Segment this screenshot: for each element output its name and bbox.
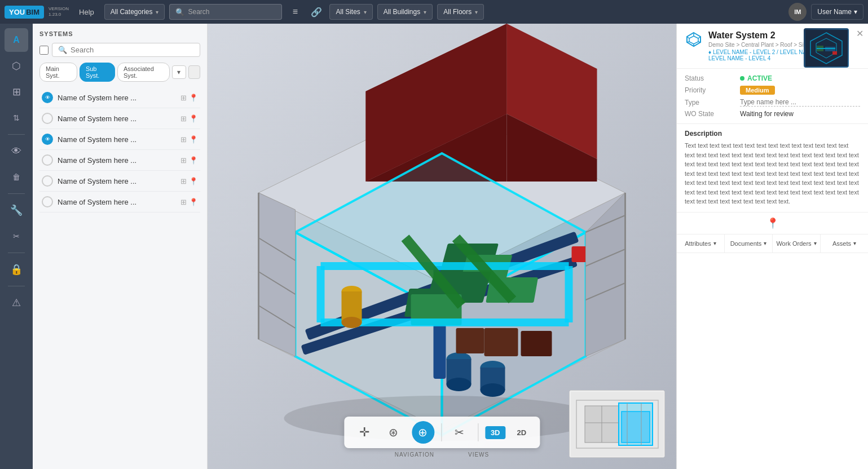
link-icon-button[interactable]: 🔗: [308, 4, 325, 20]
system-item[interactable]: Name of System here ... ⊞ 📍: [39, 192, 200, 213]
main-layout: A ⬡ ⊞ ⇅ 👁 🗑 🔧 ✂ 🔒 ⚠: [0, 24, 868, 469]
svg-rect-76: [832, 51, 837, 55]
top-search-box[interactable]: 🔍 Search: [169, 4, 282, 20]
icon-bar-separator-1: [8, 134, 25, 135]
filter-extra-button[interactable]: [188, 65, 200, 79]
buildings-label: All Buildings: [384, 8, 420, 16]
categories-dropdown[interactable]: All Categories ▾: [104, 4, 165, 20]
sidebar-item-layers[interactable]: ⇅: [5, 106, 28, 130]
info-grid: Status ACTIVE Priority Medium Type WO St…: [677, 69, 868, 124]
viewport-tools: ✛ ⊛ ⊕ ✂ 3D 2D: [344, 417, 540, 448]
tab-sub-syst[interactable]: Sub Syst.: [80, 63, 115, 82]
shapes-icon: ⬡: [12, 60, 21, 72]
panel-header: Water System 2 Demo Site > Central Plant…: [677, 24, 868, 69]
floors-dropdown[interactable]: All Floors ▾: [437, 4, 484, 20]
sites-dropdown[interactable]: All Sites ▾: [329, 4, 372, 20]
system-item[interactable]: 👁 Name of System here ... ⊞ 📍: [39, 129, 200, 150]
sidebar-item-grid[interactable]: ⊞: [5, 80, 28, 104]
systems-search-input[interactable]: [71, 46, 194, 54]
system-grid-icon-5: ⊞: [180, 177, 187, 185]
type-input[interactable]: [740, 98, 860, 107]
user-dropdown[interactable]: User Name ▾: [811, 4, 863, 20]
layers-icon: ⇅: [13, 113, 20, 122]
svg-point-37: [481, 383, 505, 397]
tab-documents[interactable]: Documents ▾: [725, 235, 773, 253]
user-chevron-icon: ▾: [854, 8, 857, 16]
type-value[interactable]: [740, 98, 860, 107]
tab-assets[interactable]: Assets ▾: [821, 235, 868, 253]
close-panel-button[interactable]: ✕: [856, 28, 863, 39]
system-item-icons-4: ⊞ 📍: [180, 156, 198, 165]
navigation-cut-button[interactable]: ✂: [448, 421, 471, 444]
help-button[interactable]: Help: [73, 6, 100, 19]
tab-associated-syst[interactable]: Associated Syst.: [117, 63, 170, 82]
system-item-icons-3: ⊞ 📍: [180, 135, 198, 144]
logo-you: YOU: [9, 8, 25, 16]
buildings-dropdown[interactable]: All Buildings ▾: [377, 4, 433, 20]
tab-main-syst[interactable]: Main Syst.: [39, 63, 77, 82]
system-eye-6[interactable]: [42, 196, 53, 207]
wrench-icon: 🔧: [10, 204, 23, 216]
status-dot-icon: [740, 76, 744, 81]
navigation-orbit-button[interactable]: ⊛: [382, 421, 405, 444]
sidebar-item-tools[interactable]: ✂: [5, 224, 28, 248]
system-item[interactable]: Name of System here ... ⊞ 📍: [39, 171, 200, 192]
tools-icon: ✂: [13, 232, 20, 241]
move-icon: ✛: [359, 425, 369, 440]
tab-work-orders[interactable]: Work Orders ▾: [773, 235, 821, 253]
system-eye-4[interactable]: [42, 154, 53, 166]
list-icon-button[interactable]: ≡: [287, 4, 303, 20]
sidebar-item-az[interactable]: A: [5, 28, 28, 52]
viewport-3d[interactable]: ✛ ⊛ ⊕ ✂ 3D 2D NAVIGATION VIEWS: [208, 24, 676, 469]
navigation-label: NAVIGATION: [395, 452, 434, 458]
system-thumbnail: [804, 28, 849, 68]
systems-select-all-checkbox[interactable]: [39, 46, 49, 55]
system-eye-5[interactable]: [42, 175, 53, 187]
view-2d-button[interactable]: 2D: [513, 426, 531, 439]
tab-attributes[interactable]: Attributes ▾: [677, 235, 725, 253]
vr-icon: ⊕: [418, 426, 428, 439]
tool-separator-2: [478, 423, 478, 441]
view-3d-button[interactable]: 3D: [485, 426, 506, 439]
sidebar-item-eye[interactable]: 👁: [5, 139, 28, 163]
system-item[interactable]: 👁 Name of System here ... ⊞ 📍: [39, 87, 200, 108]
system-eye-3[interactable]: 👁: [42, 134, 53, 145]
location-section[interactable]: 📍: [677, 213, 868, 235]
navigation-vr-button[interactable]: ⊕: [412, 421, 434, 444]
system-eye-2[interactable]: [42, 113, 53, 124]
attributes-chevron-icon: ▾: [713, 240, 716, 246]
mini-map: [569, 390, 665, 458]
system-name-6: Name of System here ...: [58, 198, 176, 206]
view-labels: NAVIGATION VIEWS: [395, 452, 489, 458]
eye-icon-1: 👁: [45, 95, 50, 100]
system-item[interactable]: Name of System here ... ⊞ 📍: [39, 150, 200, 171]
sidebar-item-lock[interactable]: 🔒: [5, 258, 28, 281]
assets-chevron-icon: ▾: [853, 240, 856, 246]
user-avatar[interactable]: IM: [788, 3, 807, 21]
location-pin-icon: 📍: [766, 218, 779, 229]
tab-attributes-label: Attributes: [685, 240, 711, 247]
description-text: Text text text text text text text text …: [685, 141, 860, 206]
filter-tabs: Main Syst. Sub Syst. Associated Syst. ▾: [39, 63, 200, 82]
navigation-move-button[interactable]: ✛: [353, 421, 376, 444]
system-item[interactable]: Name of System here ... ⊞ 📍: [39, 108, 200, 129]
sidebar-item-wrench[interactable]: 🔧: [5, 198, 28, 222]
sidebar-item-alert[interactable]: ⚠: [5, 291, 28, 315]
top-search-icon: 🔍: [175, 8, 184, 16]
categories-chevron-icon: ▾: [156, 9, 158, 15]
system-pin-icon-2: 📍: [189, 114, 198, 123]
sidebar-item-shapes[interactable]: ⬡: [5, 54, 28, 78]
right-detail-panel: Water System 2 Demo Site > Central Plant…: [676, 24, 868, 469]
system-name-3: Name of System here ...: [58, 135, 176, 144]
az-icon: A: [13, 35, 20, 45]
description-title: Description: [685, 130, 860, 138]
logo[interactable]: YOU BIM: [5, 6, 44, 19]
svg-point-31: [342, 317, 362, 328]
svg-point-34: [447, 378, 472, 391]
svg-line-68: [687, 42, 689, 42]
filter-dropdown-button[interactable]: ▾: [172, 65, 186, 79]
system-eye-1[interactable]: 👁: [42, 92, 53, 103]
sidebar-item-delete[interactable]: 🗑: [5, 165, 28, 189]
floors-chevron-icon: ▾: [475, 9, 478, 15]
status-text: ACTIVE: [747, 74, 772, 82]
